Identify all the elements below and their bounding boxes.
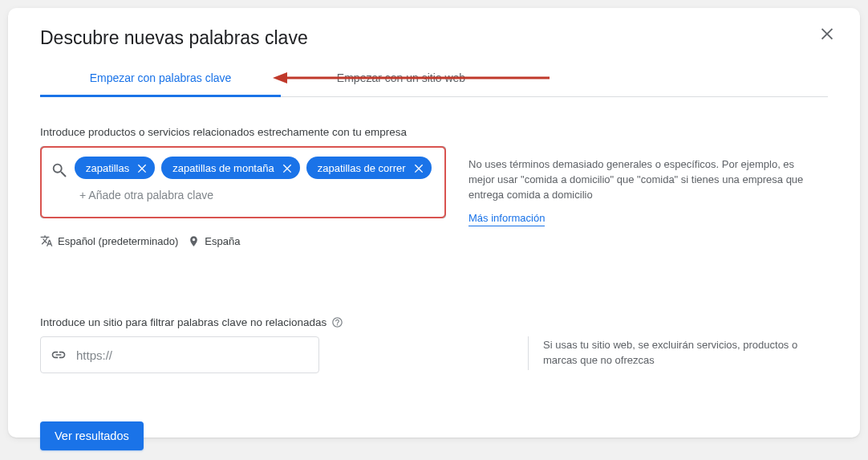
- tab-start-with-keywords[interactable]: Empezar con palabras clave: [40, 62, 281, 97]
- location-value[interactable]: España: [205, 235, 240, 247]
- translate-icon: [40, 234, 53, 247]
- chip-label: zapatillas de correr: [318, 162, 406, 174]
- close-icon: [818, 24, 836, 42]
- keyword-chip[interactable]: zapatillas de montaña: [161, 157, 299, 179]
- chip-label: zapatillas: [86, 162, 129, 174]
- site-hint: Si usas tu sitio web, se excluirán servi…: [528, 336, 801, 370]
- chip-remove-icon[interactable]: [136, 161, 148, 174]
- tab-start-with-website[interactable]: Empezar con un sitio web: [281, 62, 521, 96]
- more-info-link[interactable]: Más información: [468, 211, 545, 227]
- keywords-label: Introduce productos o servicios relacion…: [40, 126, 828, 138]
- close-button[interactable]: [818, 24, 836, 42]
- link-icon: [51, 347, 67, 363]
- keyword-planner-dialog: Descubre nuevas palabras clave Empezar c…: [8, 8, 860, 438]
- add-keyword-input[interactable]: + Añade otra palabra clave: [75, 185, 218, 205]
- chip-label: zapatillas de montaña: [172, 162, 274, 174]
- tabs: Empezar con palabras clave Empezar con u…: [40, 62, 828, 97]
- site-filter-label: Introduce un sitio para filtrar palabras…: [40, 316, 327, 328]
- keywords-input-box[interactable]: zapatillas zapatillas de montaña zapatil…: [40, 146, 446, 218]
- chip-remove-icon[interactable]: [281, 161, 294, 174]
- chip-remove-icon[interactable]: [412, 161, 425, 174]
- location-icon: [188, 235, 200, 247]
- site-url-input[interactable]: [76, 348, 309, 362]
- language-value[interactable]: Español (predeterminado): [58, 235, 178, 247]
- chips-area: zapatillas zapatillas de montaña zapatil…: [75, 157, 437, 205]
- hint-text: No uses términos demasiado generales o e…: [468, 158, 803, 201]
- search-icon: [46, 157, 75, 179]
- keyword-chip[interactable]: zapatillas de correr: [306, 157, 432, 179]
- see-results-button[interactable]: Ver resultados: [40, 421, 144, 450]
- help-icon[interactable]: [331, 316, 343, 328]
- dialog-title: Descubre nuevas palabras clave: [40, 27, 828, 49]
- keywords-hint: No uses términos demasiado generales o e…: [468, 157, 805, 226]
- keyword-chip[interactable]: zapatillas: [75, 157, 155, 179]
- language-location-row: Español (predeterminado) España: [40, 234, 828, 247]
- site-url-input-wrap[interactable]: [40, 336, 319, 373]
